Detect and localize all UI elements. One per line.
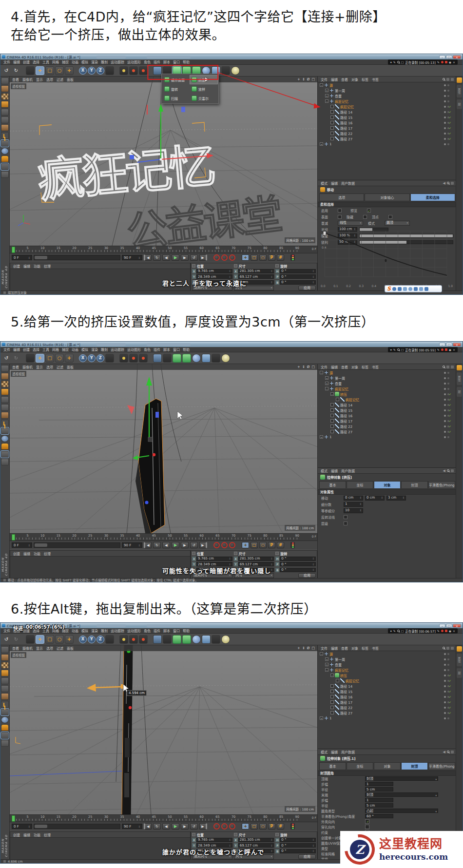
object-tree-item[interactable]: 路径 27 ✓: [318, 710, 457, 715]
material-menu-item[interactable]: 功能: [34, 264, 40, 269]
object-tree-item[interactable]: + 1: [318, 434, 457, 440]
viewport-menu-item[interactable]: 查看: [12, 646, 19, 651]
play-button[interactable]: ▶: [172, 823, 179, 829]
visibility-toggle-icon[interactable]: [444, 436, 446, 438]
rotation-h-field[interactable]: 0 °↕: [280, 269, 316, 273]
frame-start-field[interactable]: 0 F↕: [12, 255, 32, 260]
recorder-zoom-icon[interactable]: [397, 630, 400, 632]
expand-toggle-icon[interactable]: −: [325, 387, 328, 390]
viewport-pan-icon[interactable]: +: [297, 365, 300, 369]
section-header[interactable]: 对象属性: [318, 489, 457, 495]
object-tree-item[interactable]: 路径 17 ✓: [318, 699, 457, 705]
vertex-checkbox[interactable]: [388, 215, 392, 219]
attribute-tab[interactable]: 对象: [374, 762, 401, 770]
menu-item[interactable]: 工具: [42, 59, 49, 64]
dropdown-menu-item[interactable]: 贝塞尔: [190, 94, 217, 102]
expand-toggle-icon[interactable]: +: [325, 657, 328, 661]
expand-toggle-icon[interactable]: −: [325, 668, 328, 672]
enable-axis-icon[interactable]: [1, 701, 9, 708]
workplane-mode-icon[interactable]: [1, 670, 9, 676]
viewport-solo-icon[interactable]: [1, 709, 9, 715]
attribute-tab[interactable]: 对象: [374, 481, 401, 489]
lock-y-axis-button[interactable]: Y: [88, 354, 96, 362]
attribute-menu-item[interactable]: 编辑: [331, 468, 338, 473]
visibility-toggle-icon[interactable]: [444, 420, 446, 422]
expand-toggle-icon[interactable]: [330, 706, 334, 709]
menu-item[interactable]: 编辑: [13, 347, 20, 352]
object-manager-menu-item[interactable]: 书签: [372, 646, 379, 651]
lock-z-axis-button[interactable]: Z: [96, 354, 104, 362]
object-manager-menu-item[interactable]: 标签: [362, 365, 368, 369]
attribute-menu-item[interactable]: 编辑: [331, 181, 338, 186]
menu-item[interactable]: 帮助: [183, 347, 190, 352]
expand-toggle-icon[interactable]: [330, 403, 334, 406]
keyframe-scale-button[interactable]: □: [251, 823, 258, 829]
viewport-menu-item[interactable]: 选项: [46, 77, 53, 82]
attribute-tab[interactable]: 封顶: [401, 762, 428, 770]
menu-item[interactable]: 脚本: [163, 59, 170, 64]
menu-item[interactable]: 角色: [144, 347, 151, 352]
attribute-menu-item[interactable]: 用户数据: [341, 750, 355, 754]
recorder-close-icon[interactable]: ×: [453, 629, 455, 633]
material-menu-item[interactable]: 编辑: [23, 832, 30, 837]
snap-settings-icon[interactable]: [1, 716, 9, 723]
ime-skin-icon[interactable]: [419, 287, 423, 291]
recorder-dropdown-icon[interactable]: ▾: [390, 629, 392, 633]
object-manager-menu-item[interactable]: 书签: [372, 365, 379, 369]
attribute-menu-item[interactable]: 模式: [321, 750, 328, 754]
keyframe-parameter-button[interactable]: P: [268, 823, 275, 829]
move-tool-button[interactable]: +: [36, 66, 44, 75]
recorder-draw-icon[interactable]: ✎: [437, 348, 440, 351]
menu-item[interactable]: 窗口: [173, 628, 180, 633]
visibility-toggle-icon[interactable]: [444, 84, 446, 86]
object-manager-menu-item[interactable]: 编辑: [331, 77, 338, 82]
caps-field-row[interactable]: 半径 5 cm: [318, 787, 457, 792]
object-tree-item[interactable]: − 源: [318, 651, 457, 656]
cycle-button[interactable]: ↺: [190, 254, 198, 261]
enable-axis-icon[interactable]: [1, 420, 9, 426]
keyframe-scale-button[interactable]: □: [251, 254, 258, 261]
add-primitive-button[interactable]: [153, 66, 162, 75]
visibility-toggle-icon[interactable]: [444, 100, 446, 102]
snap-settings-icon[interactable]: [1, 435, 9, 442]
menu-item[interactable]: 动画: [72, 347, 78, 352]
recorder-dropdown-icon[interactable]: ▾: [390, 348, 392, 351]
caps-field-row[interactable]: 步幅 1: [318, 781, 457, 787]
expand-toggle-icon[interactable]: −: [320, 652, 323, 656]
dock-tab[interactable]: 层: [457, 387, 462, 397]
expand-toggle-icon[interactable]: [336, 679, 339, 682]
visibility-toggle-icon[interactable]: [444, 122, 446, 124]
object-tree-item[interactable]: 疯狂记忆 ✓: [318, 104, 457, 109]
redo-button[interactable]: ↻: [12, 354, 20, 363]
iso-subdivision-field[interactable]: 10↕: [344, 508, 363, 513]
viewport-menu-item[interactable]: 显示: [36, 365, 43, 369]
ime-punct-icon[interactable]: [398, 287, 402, 291]
menu-item[interactable]: 选择: [33, 347, 39, 352]
object-tree-item[interactable]: 路径 15 ✓: [318, 689, 457, 694]
dropdown-menu-item[interactable]: 旋转: [163, 85, 190, 93]
viewport-solo-icon[interactable]: [1, 427, 9, 434]
expand-toggle-icon[interactable]: [330, 414, 334, 417]
am-back-icon[interactable]: ◀: [443, 181, 445, 185]
am-search-icon[interactable]: [447, 751, 449, 753]
dropdown-menu-item[interactable]: 放样: [190, 85, 217, 93]
recorder-region-icon[interactable]: □: [401, 60, 404, 64]
scale-tool-button[interactable]: □: [45, 635, 54, 644]
viewport-menu-item[interactable]: 过滤: [57, 646, 63, 651]
visibility-toggle-icon[interactable]: [444, 712, 446, 714]
spline-pen-button[interactable]: [163, 354, 172, 363]
rotation-b-field[interactable]: 0 °↕: [280, 280, 316, 285]
timeline-playhead[interactable]: [12, 534, 15, 540]
visibility-toggle-icon[interactable]: [444, 425, 446, 427]
camera-group-button[interactable]: [212, 354, 220, 363]
caps-field-row[interactable]: 顶端 封顶: [318, 776, 457, 781]
om-layers-icon[interactable]: [451, 78, 454, 81]
timeline-ruler[interactable]: 051015202530354045505560657075808590 0 F: [10, 533, 317, 540]
menu-item[interactable]: 创建: [23, 347, 30, 352]
menu-item[interactable]: 动画: [72, 628, 78, 633]
last-tool-button[interactable]: +: [65, 66, 74, 75]
visibility-toggle-icon[interactable]: [444, 388, 446, 390]
viewport-rotate-icon[interactable]: Ø: [307, 646, 310, 650]
visibility-toggle-icon[interactable]: [444, 664, 446, 666]
om-filter-icon[interactable]: [446, 647, 449, 650]
